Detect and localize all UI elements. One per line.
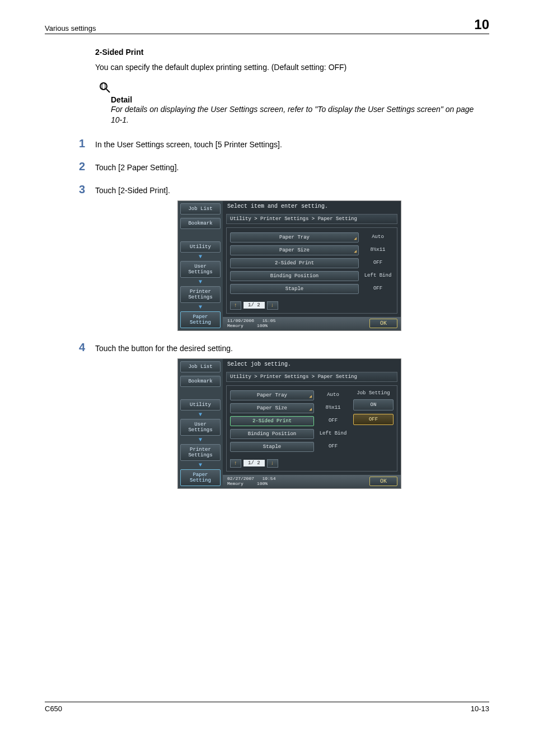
paper-tray-value: Auto: [362, 232, 394, 242]
paper-setting-button[interactable]: Paper Setting: [180, 311, 221, 328]
step-4: 4 Touch the button for the desired setti…: [95, 341, 484, 354]
dropdown-icon: ◢: [354, 236, 357, 241]
binding-position-value: Left Bind: [362, 271, 394, 281]
page-up-button[interactable]: ↑: [230, 459, 241, 468]
paper-setting-button[interactable]: Paper Setting: [180, 469, 221, 486]
paper-tray-button[interactable]: Paper Tray◢: [230, 390, 314, 400]
page-down-button[interactable]: ↓: [267, 301, 278, 310]
step-text: Touch [2 Paper Setting].: [95, 163, 484, 172]
setting-row-paper-size: Paper Size◢ 8½x11: [230, 403, 349, 413]
dropdown-icon: ◢: [309, 394, 312, 399]
step-3: 3 Touch [2-Sided Print].: [95, 183, 484, 196]
pager: ↑ 1/ 2 ↓: [230, 301, 394, 310]
job-list-tab[interactable]: Job List: [180, 203, 221, 214]
binding-position-button[interactable]: Binding Position: [230, 429, 314, 439]
paper-size-value: 8½x11: [362, 245, 394, 255]
user-settings-button[interactable]: User Settings: [180, 419, 221, 436]
dropdown-icon: ◢: [309, 407, 312, 412]
on-button[interactable]: ON: [353, 399, 394, 410]
paper-size-button[interactable]: Paper Size◢: [230, 245, 359, 255]
status-meta: 11/09/2006 15:05 Memory 100%: [227, 318, 275, 329]
page-down-button[interactable]: ↓: [267, 459, 278, 468]
page-header: Various settings 10: [45, 17, 489, 34]
printer-settings-button[interactable]: Printer Settings: [180, 444, 221, 461]
step-text: In the User Settings screen, touch [5 Pr…: [95, 140, 484, 149]
status-meta: 02/27/2007 19:54 Memory 100%: [227, 476, 275, 487]
svg-point-0: [100, 83, 107, 90]
footer-model: C650: [45, 704, 62, 713]
staple-button[interactable]: Staple: [230, 284, 359, 294]
section-title: 2-Sided Print: [95, 48, 484, 57]
step-2: 2 Touch [2 Paper Setting].: [95, 160, 484, 173]
two-sided-print-button[interactable]: 2-Sided Print: [230, 416, 314, 426]
setting-row-2sided: 2-Sided Print OFF: [230, 258, 394, 268]
step-number: 4: [73, 341, 85, 354]
footer-page-number: 10-13: [471, 704, 489, 713]
setting-row-binding: Binding Position Left Bind: [230, 429, 349, 439]
magnifier-icon: [99, 81, 484, 95]
staple-button[interactable]: Staple: [230, 442, 314, 452]
binding-position-value: Left Bind: [317, 429, 349, 439]
setting-row-2sided: 2-Sided Print OFF: [230, 416, 349, 426]
svg-line-2: [106, 89, 110, 92]
detail-note: Detail For details on displaying the Use…: [95, 81, 484, 126]
staple-value: OFF: [317, 442, 349, 452]
screenshot-paper-setting: Job List Bookmark Utility ▼ User Setting…: [177, 200, 401, 331]
two-sided-print-value: OFF: [317, 416, 349, 426]
setting-row-staple: Staple OFF: [230, 442, 349, 452]
page-indicator: 1/ 2: [243, 302, 265, 309]
setting-row-paper-size: Paper Size◢ 8½x11: [230, 245, 394, 255]
breadcrumb: Utility > Printer Settings > Paper Setti…: [226, 214, 397, 224]
step-1: 1 In the User Settings screen, touch [5 …: [95, 137, 484, 150]
step-number: 1: [73, 137, 85, 150]
user-settings-button[interactable]: User Settings: [180, 261, 221, 278]
staple-value: OFF: [362, 284, 394, 294]
utility-button[interactable]: Utility: [180, 241, 221, 253]
page-indicator: 1/ 2: [243, 460, 265, 466]
detail-label: Detail: [111, 95, 484, 104]
two-sided-print-button[interactable]: 2-Sided Print: [230, 258, 359, 268]
step-number: 3: [73, 183, 85, 196]
two-sided-print-value: OFF: [362, 258, 394, 268]
paper-size-button[interactable]: Paper Size◢: [230, 403, 314, 413]
screen-title: Select item and enter setting.: [223, 201, 401, 212]
detail-body: For details on displaying the User Setti…: [111, 104, 484, 126]
chevron-down-icon: ▼: [180, 437, 221, 443]
ok-button[interactable]: OK: [369, 319, 397, 328]
setting-row-paper-tray: Paper Tray◢ Auto: [230, 232, 394, 242]
screen-title: Select job setting.: [223, 359, 401, 370]
step-number: 2: [73, 160, 85, 173]
setting-row-staple: Staple OFF: [230, 284, 394, 294]
ok-button[interactable]: OK: [369, 477, 397, 486]
screenshot-job-setting: Job List Bookmark Utility ▼ User Setting…: [177, 358, 401, 489]
breadcrumb: Utility > Printer Settings > Paper Setti…: [226, 372, 397, 382]
bookmark-tab[interactable]: Bookmark: [180, 218, 221, 229]
job-setting-panel: Job Setting ON OFF: [353, 390, 394, 469]
paper-tray-value: Auto: [317, 390, 349, 400]
paper-size-value: 8½x11: [317, 403, 349, 413]
chevron-down-icon: ▼: [180, 254, 221, 260]
page-up-button[interactable]: ↑: [230, 301, 241, 310]
setting-row-paper-tray: Paper Tray◢ Auto: [230, 390, 349, 400]
chevron-down-icon: ▼: [180, 304, 221, 310]
intro-paragraph: You can specify the default duplex print…: [95, 62, 484, 73]
binding-position-button[interactable]: Binding Position: [230, 271, 359, 281]
off-button[interactable]: OFF: [353, 414, 394, 425]
job-list-tab[interactable]: Job List: [180, 361, 221, 372]
step-text: Touch [2-Sided Print].: [95, 186, 484, 195]
header-section-name: Various settings: [45, 24, 96, 32]
job-setting-heading: Job Setting: [353, 390, 394, 396]
header-chapter-number: 10: [474, 17, 489, 32]
printer-settings-button[interactable]: Printer Settings: [180, 286, 221, 303]
chevron-down-icon: ▼: [180, 412, 221, 418]
setting-row-binding: Binding Position Left Bind: [230, 271, 394, 281]
paper-tray-button[interactable]: Paper Tray◢: [230, 232, 359, 242]
bookmark-tab[interactable]: Bookmark: [180, 376, 221, 387]
pager: ↑ 1/ 2 ↓: [230, 459, 349, 468]
chevron-down-icon: ▼: [180, 279, 221, 285]
chevron-down-icon: ▼: [180, 462, 221, 468]
utility-button[interactable]: Utility: [180, 399, 221, 410]
step-text: Touch the button for the desired setting…: [95, 344, 484, 353]
page-footer: C650 10-13: [45, 702, 489, 713]
svg-point-1: [102, 83, 105, 90]
